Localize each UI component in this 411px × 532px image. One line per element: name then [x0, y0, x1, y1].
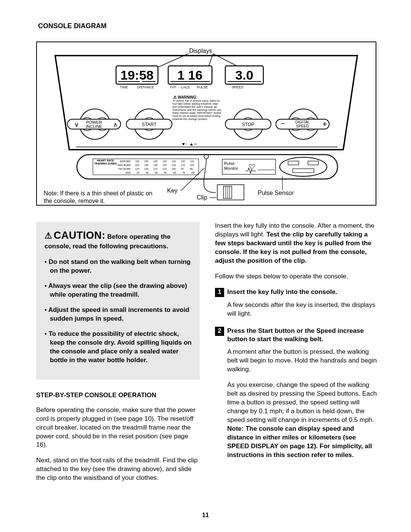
page-title: CONSOLE DIAGRAM [38, 22, 379, 30]
svg-text:140: 140 [162, 160, 167, 163]
start-button-group: START [126, 109, 172, 139]
step-title: Insert the key fully into the console. [227, 288, 337, 297]
caution-item: Do not stand on the walking belt when tu… [45, 258, 192, 275]
svg-text:125: 125 [181, 160, 185, 163]
step-2-body: A moment after the button is pressed, th… [215, 348, 379, 459]
svg-text:50: 50 [164, 171, 167, 174]
label-displays: Displays [189, 48, 212, 54]
svg-text:165: 165 [135, 160, 139, 163]
diagram-note: Note: If there is a thin sheet of plasti… [44, 190, 158, 205]
svg-point-70 [280, 157, 327, 176]
caution-box: ⚠CAUTION: Before operating the console, … [36, 222, 200, 380]
svg-text:145: 145 [135, 164, 139, 166]
svg-text:115: 115 [190, 160, 194, 163]
label-pulse-sensor: Pulse Sensor [258, 190, 294, 196]
step-number: 1 [215, 288, 224, 297]
caution-item: To reduce the possibility of electric sh… [45, 330, 192, 365]
svg-text:130: 130 [172, 160, 176, 163]
svg-rect-75 [217, 185, 244, 200]
svg-text:110: 110 [181, 164, 185, 166]
svg-text:115: 115 [153, 168, 158, 170]
svg-rect-71 [288, 161, 299, 165]
label-digital: DIGITAL [295, 120, 310, 124]
label-pulse-disp: PULSE [197, 85, 208, 89]
label-clip: Clip [197, 194, 207, 201]
svg-text:−: − [280, 119, 285, 128]
svg-text:70: 70 [182, 171, 185, 174]
warning-text: To reduce risk of serious injury, stand … [172, 99, 222, 121]
step-1-body: A few seconds after the key is inserted,… [215, 301, 379, 318]
svg-text:103: 103 [190, 164, 194, 166]
svg-text:138: 138 [144, 164, 148, 166]
hr-title: HEART RATETRAINING ZONES [94, 159, 117, 165]
svg-text:130: 130 [153, 164, 158, 166]
paragraph: Insert the key fully into the console. A… [215, 222, 379, 265]
caution-item: Adjust the speed in small increments to … [45, 306, 192, 323]
svg-text:20: 20 [137, 171, 140, 174]
step-number: 2 [215, 327, 224, 336]
svg-text:40: 40 [155, 171, 158, 174]
svg-text:AGE: AGE [126, 171, 131, 174]
left-column: ⚠CAUTION: Before operating the console, … [36, 222, 200, 489]
label-key: Key [167, 187, 178, 194]
caution-icon: ⚠ [45, 231, 52, 240]
svg-text:∧: ∧ [113, 121, 118, 128]
svg-text:∨: ∨ [74, 121, 79, 128]
svg-text:125: 125 [135, 168, 139, 170]
paragraph: A moment after the button is pressed, th… [227, 348, 379, 374]
svg-text:120: 120 [144, 168, 148, 170]
caution-item: Always wear the clip (see the drawing ab… [45, 282, 192, 299]
svg-text:MAX BURN: MAX BURN [118, 164, 131, 166]
label-pulse-monitor: PulseMonitor [224, 161, 245, 171]
svg-marker-31 [190, 143, 193, 145]
caution-list: Do not stand on the walking belt when tu… [45, 258, 192, 364]
page-number: 11 [0, 512, 411, 519]
hr-grid: 165155145140130125115 145138130125118110… [135, 160, 194, 174]
svg-text:60: 60 [173, 171, 176, 174]
svg-text:125: 125 [162, 164, 167, 166]
label-cals: CALS. [181, 85, 191, 89]
display-fat-cals-pulse: 1 16 [177, 68, 202, 82]
right-column: Insert the key fully into the console. A… [215, 222, 379, 489]
paragraph: Next, stand on the foot rails of the tre… [36, 456, 200, 482]
step2-bold: Note: The console can display speed and … [227, 425, 372, 459]
svg-marker-29 [182, 143, 185, 145]
svg-text:90: 90 [190, 168, 193, 170]
caution-word: CAUTION: [54, 230, 105, 241]
paragraph: Follow the steps below to operate the co… [215, 272, 379, 281]
paragraph: Before operating the console, make sure … [36, 406, 200, 450]
svg-text:110: 110 [162, 168, 167, 170]
label-speed: SPEED [296, 124, 309, 128]
svg-text:O: O [194, 142, 197, 146]
svg-text:I: I [186, 142, 187, 146]
step-2-head: 2 Press the Start button or the Speed in… [215, 327, 379, 344]
warning-icon: ⚠ [173, 95, 177, 99]
warning-heading: WARNING: [178, 95, 198, 99]
step-section-heading: STEP-BY-STEP CONSOLE OPERATION [36, 391, 200, 400]
svg-text:105: 105 [172, 168, 176, 170]
label-stop: STOP [242, 122, 254, 127]
svg-text:FAT BURN: FAT BURN [118, 168, 131, 170]
svg-rect-73 [293, 169, 314, 173]
display-speed: 3.0 [235, 68, 253, 82]
power-incline-group: ∨ ∧ POWER INCLINE [67, 109, 121, 139]
svg-text:80: 80 [191, 171, 194, 174]
caution-heading: ⚠CAUTION: Before operating the console, … [45, 228, 192, 251]
digital-speed-group: − + DIGITAL SPEED [276, 109, 329, 139]
label-start: START [142, 122, 157, 127]
label-speed-small: SPEED [232, 85, 244, 89]
label-distance: DISTANCE [137, 85, 154, 89]
svg-text:AEROBIC: AEROBIC [120, 160, 131, 163]
svg-text:+: + [322, 119, 327, 129]
svg-rect-72 [308, 161, 319, 165]
svg-text:95: 95 [181, 168, 184, 170]
step2-pre: As you exercise, change the speed of the… [227, 381, 377, 423]
console-diagram: Displays 19:58 TIME DISTANCE 1 16 FAT CA… [36, 42, 376, 206]
svg-text:155: 155 [144, 160, 148, 163]
svg-text:145: 145 [153, 160, 158, 163]
stop-button-group: STOP [225, 109, 271, 139]
label-time: TIME [120, 85, 128, 89]
svg-text:30: 30 [146, 171, 149, 174]
step-title: Press the Start button or the Speed incr… [227, 327, 379, 344]
label-fat: FAT [170, 85, 176, 89]
